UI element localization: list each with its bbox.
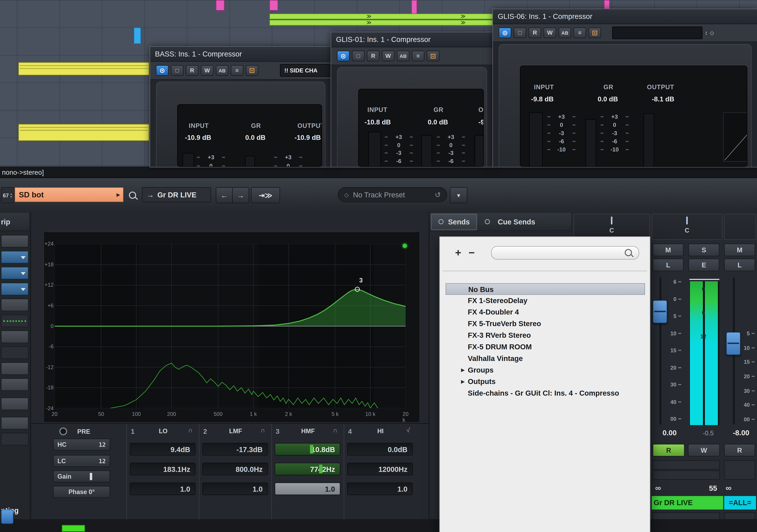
scroll-corner-button[interactable] [1, 510, 14, 524]
left-strip-row[interactable] [1, 417, 29, 429]
bus-list-item[interactable]: FX 5-TrueVerb Stereo [446, 318, 645, 330]
stereo-link-icon-2[interactable]: ∞ [726, 484, 732, 493]
midi-clip[interactable] [134, 28, 141, 44]
write-automation-button[interactable]: W [688, 444, 720, 457]
track-select-arrow-icon[interactable]: ▶ [116, 192, 120, 197]
band-q-field[interactable]: 1.0 [347, 483, 413, 495]
band-gain-field[interactable]: 9.4dB [130, 443, 196, 456]
pre-gain-control[interactable]: Gain [53, 470, 110, 483]
bus-list-item[interactable]: FX-5 DRUM ROOM [446, 341, 645, 353]
left-strip-row[interactable] [1, 331, 29, 343]
read-automation-button-2[interactable]: R [724, 444, 755, 457]
midi-clip[interactable] [62, 525, 85, 532]
band-freq-field[interactable]: 7742Hz [275, 463, 340, 475]
panel-slot[interactable] [653, 460, 720, 469]
automation-clip[interactable]: ≫ ≫ [269, 20, 497, 25]
band-freq-field[interactable]: 12000Hz [347, 463, 413, 475]
band-shape-icon[interactable]: ∩ [333, 427, 337, 434]
left-strip-row[interactable] [1, 314, 29, 327]
midi-clip[interactable] [216, 0, 225, 11]
freq-slider-notch[interactable] [319, 464, 322, 473]
read-automation-button[interactable]: R [367, 51, 379, 61]
next-channel-button[interactable]: → [232, 187, 249, 203]
power-button[interactable]: ⊙ [499, 28, 511, 38]
power-button[interactable]: ⊙ [156, 65, 168, 76]
gain-slider-handle[interactable] [90, 473, 92, 480]
preset-spinner[interactable]: ↕ [705, 30, 708, 36]
band-freq-field[interactable]: 183.1Hz [130, 463, 196, 475]
plugin-title-bar[interactable]: GLIS-06: Ins. 1 - Compressor [493, 9, 757, 24]
channel-number-spinner[interactable]: 67 ▲▼ [1, 187, 15, 203]
midi-clip[interactable] [411, 0, 417, 15]
bus-search-input[interactable] [491, 246, 639, 260]
band-gain-field[interactable]: 0.0dB [347, 443, 413, 456]
band-q-field[interactable]: 1.0 [202, 483, 268, 495]
sidechain-graph[interactable] [723, 112, 747, 162]
left-strip-select[interactable] [1, 283, 29, 295]
bypass-button[interactable]: □ [514, 28, 526, 38]
eq-plot[interactable]: 3 [55, 244, 406, 408]
edit-button[interactable]: E [688, 258, 719, 271]
mute-button-2[interactable]: M [724, 244, 755, 256]
mute-button[interactable]: M [653, 244, 684, 256]
track-name-field[interactable]: SD bot ▶ [15, 187, 124, 202]
add-bus-button[interactable]: + [451, 247, 465, 259]
solo-button[interactable]: S [688, 244, 719, 256]
pan-control[interactable] [724, 214, 756, 240]
ab-compare-button[interactable]: AB [216, 65, 228, 76]
fader-value[interactable]: 0.00 [654, 429, 685, 437]
preset-menu-button[interactable]: ≡ [412, 51, 424, 61]
cue-sends-indicator-icon[interactable] [485, 219, 490, 224]
listen-button-2[interactable]: L [724, 258, 755, 271]
band-shape-icon[interactable]: √ [407, 427, 410, 434]
power-button[interactable]: ⊙ [337, 51, 349, 61]
previous-channel-button[interactable]: ← [216, 187, 233, 203]
bus-list-item[interactable]: ▶Outputs [446, 376, 645, 388]
search-channel-button[interactable] [125, 189, 140, 201]
left-strip-row[interactable] [1, 299, 29, 311]
band-shape-icon[interactable]: ∩ [260, 427, 265, 434]
write-automation-button[interactable]: W [201, 65, 213, 76]
channel-fader-handle[interactable] [653, 300, 667, 323]
automation-clip[interactable]: ≫ ≫ [269, 14, 497, 19]
write-automation-button[interactable]: W [544, 28, 556, 38]
pan-control[interactable]: C [574, 214, 650, 240]
left-strip-row[interactable] [1, 235, 29, 248]
preset-dropdown-button[interactable]: ▼ [450, 187, 467, 203]
gain-slider-notch[interactable] [310, 445, 314, 454]
bus-list-item[interactable]: FX 4-Doubler 4 [446, 306, 645, 318]
left-strip-select[interactable] [1, 267, 29, 279]
preset-menu-button[interactable]: ≡ [574, 28, 586, 38]
high-cut-button[interactable]: HC 12 [53, 439, 110, 451]
sends-indicator-icon[interactable] [438, 219, 444, 224]
left-strip-row[interactable] [1, 346, 29, 359]
fader-value-2[interactable]: -8.00 [726, 429, 756, 437]
bus-list-item[interactable]: ▶Groups [446, 364, 645, 376]
pre-filter-button[interactable] [59, 428, 67, 435]
render-export-button[interactable]: ⇥≫ [251, 187, 280, 203]
bypass-button[interactable]: □ [171, 65, 183, 76]
listen-button[interactable]: L [653, 258, 684, 271]
output-routing-label[interactable]: Gr DR LIVE [652, 496, 723, 510]
pan-control[interactable]: C [652, 214, 722, 240]
left-strip-row[interactable] [1, 362, 29, 375]
expand-triangle-icon[interactable]: ▶ [461, 376, 465, 388]
band-q-field[interactable]: 1.0 [130, 483, 196, 495]
tab-cue-sends[interactable]: Cue Sends [498, 218, 535, 226]
read-automation-button[interactable]: R [186, 65, 198, 76]
expand-triangle-icon[interactable]: ▶ [461, 364, 465, 376]
write-automation-button[interactable]: W [382, 51, 394, 61]
sidechain-button[interactable]: ⊡ [246, 65, 258, 76]
plugin-title-bar[interactable]: BASS: Ins. 1 - Compressor [150, 47, 331, 62]
read-automation-button[interactable]: R [529, 28, 541, 38]
band-gain-field[interactable]: -17.3dB [202, 443, 268, 456]
preset-reload-icon[interactable]: ↺ [435, 190, 441, 199]
panel-slot[interactable] [653, 470, 720, 480]
sidechain-button[interactable]: ⊡ [589, 28, 601, 38]
preset-diamond-icon[interactable]: ◇ [710, 30, 714, 36]
plugin-title-bar[interactable]: GLIS-01: Ins. 1 - Compressor [331, 32, 493, 47]
spin-down-icon[interactable]: ▼ [10, 195, 13, 198]
bus-list-item[interactable]: FX 1-StereoDelay [446, 295, 645, 306]
midi-clip[interactable] [18, 62, 149, 75]
track-preset-selector[interactable]: ◇ No Track Preset ↺ [338, 187, 447, 202]
